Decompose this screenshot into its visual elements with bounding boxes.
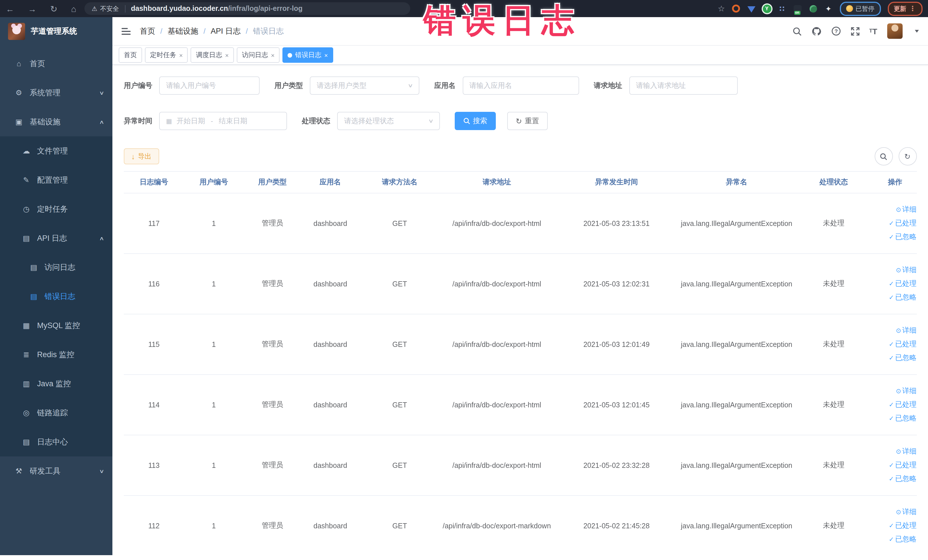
action-label: 详细 [902,205,917,215]
extension-icon[interactable]: Y [763,4,771,13]
extension-icon[interactable]: ✦ [824,4,833,13]
extension-icon[interactable] [809,4,817,13]
user-id-input[interactable]: 请输入用户编号 [159,76,259,95]
font-size-icon[interactable]: TT [869,27,877,35]
row-action-processed[interactable]: ✓已处理 [888,521,916,531]
action-label: 已忽略 [895,535,917,544]
request-url-input[interactable]: 请输入请求地址 [629,76,737,95]
row-action-detail[interactable]: ⊙详细 [896,386,916,396]
close-icon[interactable]: × [179,52,183,58]
fullscreen-icon[interactable] [850,26,859,36]
update-button[interactable]: 更新⋮ [887,2,922,16]
kebab-menu-icon[interactable]: ⋮ [909,5,916,12]
row-action-ignored[interactable]: ✓已忽略 [888,414,916,423]
toggle-search-button[interactable] [875,147,893,165]
sidebar-item-5[interactable]: ◷定时任务 [0,195,112,224]
extension-icon[interactable] [747,4,756,13]
sidebar-item-1[interactable]: ⚙系统管理∨ [0,78,112,107]
row-action-ignored[interactable]: ✓已忽略 [888,232,916,242]
refresh-table-button[interactable]: ↻ [898,147,917,165]
tab-1[interactable]: 定时任务× [145,47,188,63]
row-action-detail[interactable]: ⊙详细 [896,326,916,336]
sidebar-item-12[interactable]: ◎链路追踪 [0,398,112,427]
row-action-processed[interactable]: ✓已处理 [888,339,916,349]
sidebar-item-6[interactable]: ▤API 日志∧ [0,224,112,253]
row-action-detail[interactable]: ⊙详细 [896,205,916,215]
user-type-select[interactable]: 请选择用户类型∨ [310,76,419,95]
cell-time: 2021-05-03 12:02:31 [553,280,679,288]
sidebar-item-10[interactable]: ≣Redis 监控 [0,340,112,369]
back-icon[interactable]: ← [6,4,14,13]
url-host: dashboard.yudao.iocoder.cn [131,5,228,12]
app-logo[interactable]: 芋道管理系统 [0,17,112,46]
search-button[interactable]: 搜索 [455,112,496,130]
download-icon: ↓ [131,153,135,160]
search-icon[interactable] [792,26,801,36]
chevron-down-icon[interactable]: ▼ [913,29,920,34]
address-bar[interactable]: ⚠不安全 dashboard.yudao.iocoder.cn/infra/lo… [84,2,410,15]
reload-icon[interactable]: ↻ [50,4,57,13]
row-action-processed[interactable]: ✓已处理 [888,279,916,289]
avatar[interactable] [887,23,902,39]
forward-icon[interactable]: → [28,4,37,13]
extension-icon[interactable]: ∷ [778,4,786,13]
cell-exception: java.lang.IllegalArgumentException [679,340,794,348]
row-action-processed[interactable]: ✓已处理 [888,400,916,410]
app-title: 芋道管理系统 [31,26,77,37]
check-icon: ✓ [888,415,894,422]
extension-icon[interactable] [732,4,740,13]
row-action-detail[interactable]: ⊙详细 [896,265,916,275]
close-icon[interactable]: × [271,52,275,58]
process-status-select[interactable]: 请选择处理状态∨ [337,112,440,130]
github-icon[interactable] [811,26,821,36]
tab-4[interactable]: 错误日志× [283,47,333,63]
extension-icon[interactable] [793,4,802,13]
breadcrumb-item[interactable]: API 日志 [211,26,241,36]
cell-user_id: 1 [184,522,243,530]
row-action-ignored[interactable]: ✓已忽略 [888,535,916,544]
app-name-input[interactable]: 请输入应用名 [462,76,579,95]
column-header: 异常发生时间 [553,177,679,187]
cell-url: /api/infra/db-doc/export-html [440,401,553,409]
row-action-ignored[interactable]: ✓已忽略 [888,353,916,363]
row-action-ignored[interactable]: ✓已忽略 [888,293,916,302]
security-warning[interactable]: ⚠不安全 [92,4,119,13]
sidebar-item-13[interactable]: ▤日志中心 [0,427,112,456]
cell-method: GET [359,340,440,348]
breadcrumb-item[interactable]: 首页 [140,26,155,36]
sidebar-item-3[interactable]: ☁文件管理 [0,136,112,165]
export-button[interactable]: ↓ 导出 [124,148,159,164]
close-icon[interactable]: × [225,52,229,58]
action-label: 已忽略 [895,293,917,302]
row-action-ignored[interactable]: ✓已忽略 [888,474,916,484]
tab-0[interactable]: 首页 [119,47,142,63]
sidebar-item-0[interactable]: ⌂首页 [0,49,112,78]
sidebar-item-14[interactable]: ⚒研发工具∨ [0,456,112,485]
paused-badge[interactable]: 已暂停 [839,2,881,16]
home-icon[interactable]: ⌂ [71,4,76,13]
cell-method: GET [359,401,440,409]
action-label: 已处理 [895,279,917,289]
column-header: 请求地址 [440,177,553,187]
row-action-processed[interactable]: ✓已处理 [888,218,916,228]
row-action-detail[interactable]: ⊙详细 [896,447,916,456]
date-range-picker[interactable]: ▦ 开始日期 - 结束日期 [159,112,287,130]
row-action-detail[interactable]: ⊙详细 [896,507,916,517]
breadcrumb-item[interactable]: 基础设施 [168,26,198,36]
help-icon[interactable]: ? [831,26,841,36]
home-icon: ⌂ [14,60,24,68]
sidebar-item-7[interactable]: ▤访问日志 [0,253,112,282]
tab-2[interactable]: 调度日志× [191,47,234,63]
reset-button[interactable]: ↻ 重置 [507,112,548,130]
sidebar-item-8[interactable]: ▤错误日志 [0,282,112,311]
bookmark-star-icon[interactable]: ☆ [718,4,725,13]
close-icon[interactable]: × [324,52,328,58]
file-manage-icon: ☁ [21,146,31,155]
sidebar-collapse-icon[interactable] [122,27,131,35]
sidebar-item-9[interactable]: ▦MySQL 监控 [0,311,112,340]
sidebar-item-11[interactable]: ▥Java 监控 [0,369,112,398]
sidebar-item-2[interactable]: ▣基础设施∧ [0,107,112,136]
row-action-processed[interactable]: ✓已处理 [888,461,916,470]
tab-3[interactable]: 访问日志× [237,47,280,63]
sidebar-item-4[interactable]: ✎配置管理 [0,165,112,195]
